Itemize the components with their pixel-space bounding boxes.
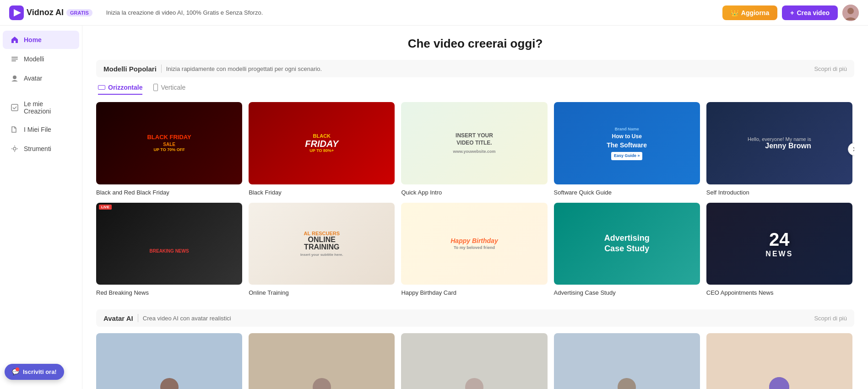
header: Vidnoz AI GRATIS Inizia la creazione di … xyxy=(0,0,868,26)
sidebar-item-avatar[interactable]: Avatar xyxy=(3,69,79,87)
avatar-ai-discover[interactable]: Scopri di più xyxy=(814,315,847,322)
template-thumb-self-intro: Hello, everyone! My name is Jenny Brown xyxy=(706,102,852,184)
create-video-button[interactable]: + Crea video xyxy=(782,5,838,20)
sidebar-item-tools-label: Strumenti xyxy=(24,145,51,152)
avatar-card-3[interactable] xyxy=(401,333,547,389)
creations-icon xyxy=(10,103,19,112)
avatar-thumb-2 xyxy=(249,333,395,389)
sidebar-item-tools[interactable]: Strumenti xyxy=(3,140,79,158)
template-thumb-adcase: AdvertisingCase Study xyxy=(554,203,700,285)
upgrade-button[interactable]: 👑 Aggiorna xyxy=(722,5,777,20)
sidebar-item-avatar-label: Avatar xyxy=(24,75,42,82)
popular-models-header: Modelli Popolari Inizia rapidamente con … xyxy=(96,60,854,77)
template-name-software-guide: Software Quick Guide xyxy=(554,189,612,196)
svg-point-3 xyxy=(847,8,854,14)
gratis-badge: GRATIS xyxy=(66,9,92,16)
avatar-thumb-5 xyxy=(706,333,852,389)
template-black-friday[interactable]: BLACK FRIDAY UP TO 80%+ Black Friday xyxy=(249,102,395,196)
template-thumb-red-news: LIVE BREAKING NEWS xyxy=(96,203,242,285)
chat-label: Iscriviti ora! xyxy=(23,368,57,375)
avatar-card-4[interactable] xyxy=(554,333,700,389)
avatar-figure-4 xyxy=(608,374,645,389)
template-black-red[interactable]: BLACK FRIDAY SALE UP TO 70% OFF Black an… xyxy=(96,102,242,196)
header-tagline: Inizia la creazione di video AI, 100% Gr… xyxy=(106,9,263,16)
template-ceo-news[interactable]: 24 NEWS CEO Appointments News xyxy=(706,203,852,297)
tools-icon xyxy=(10,144,19,153)
svg-rect-6 xyxy=(11,60,16,61)
avatar-figure-5 xyxy=(761,374,797,389)
sidebar-nav: Home Modelli Avatar Le mie Creazioni xyxy=(0,30,82,158)
avatar-thumb-3 xyxy=(401,333,547,389)
main-content: Che video creerai oggi? Modelli Popolari… xyxy=(82,26,868,389)
sidebar-item-models[interactable]: Modelli xyxy=(3,50,79,68)
template-thumb-online-training: AL RESCUERS ONLINETRAINING Insert your s… xyxy=(249,203,395,285)
header-left: Vidnoz AI GRATIS Inizia la creazione di … xyxy=(9,5,263,20)
sidebar-item-creations-label: Le mie Creazioni xyxy=(24,100,72,115)
template-self-intro[interactable]: Hello, everyone! My name is Jenny Brown … xyxy=(706,102,852,196)
user-avatar[interactable] xyxy=(842,5,859,21)
template-name-app-intro: Quick App Intro xyxy=(401,189,442,196)
logo-icon xyxy=(9,5,24,20)
template-name-red-news: Red Breaking News xyxy=(96,289,149,296)
section-header-left: Modelli Popolari Inizia rapidamente con … xyxy=(103,65,322,73)
template-name-online-training: Online Training xyxy=(249,289,288,296)
template-thumb-software: Brand Name How to Use The Software Easy … xyxy=(554,102,700,184)
template-adcase[interactable]: AdvertisingCase Study Advertising Case S… xyxy=(554,203,700,297)
template-name-black-friday: Black Friday xyxy=(249,189,282,196)
svg-point-9 xyxy=(13,147,16,150)
sidebar-item-files[interactable]: I Miei File xyxy=(3,120,79,139)
svg-point-18 xyxy=(618,378,636,389)
avatar-section-header-left: Avatar AI Crea video AI con avatar reali… xyxy=(103,314,231,322)
tab-vertical[interactable]: Verticale xyxy=(153,84,185,95)
sidebar: Home Modelli Avatar Le mie Creazioni xyxy=(0,26,82,389)
vertical-icon xyxy=(153,84,158,91)
crown-icon: 👑 xyxy=(731,9,738,16)
svg-point-12 xyxy=(160,378,179,389)
avatar-figure-1 xyxy=(151,374,188,389)
avatar-section-divider xyxy=(138,314,138,322)
layout: Home Modelli Avatar Le mie Creazioni xyxy=(0,26,868,389)
svg-point-14 xyxy=(313,378,331,389)
template-software-guide[interactable]: Brand Name How to Use The Software Easy … xyxy=(554,102,700,196)
sidebar-item-home[interactable]: Home xyxy=(3,31,79,49)
svg-point-7 xyxy=(13,76,16,79)
chat-bubble[interactable]: 💬 Iscriviti ora! xyxy=(5,364,64,380)
section-divider xyxy=(161,65,162,73)
avatar-ai-section: Avatar AI Crea video AI con avatar reali… xyxy=(96,309,854,389)
logo-text: Vidnoz AI xyxy=(27,8,64,17)
template-name-adcase: Advertising Case Study xyxy=(554,289,616,296)
logo[interactable]: Vidnoz AI GRATIS xyxy=(9,5,92,20)
sidebar-item-creations[interactable]: Le mie Creazioni xyxy=(3,96,79,119)
avatar-card-5[interactable] xyxy=(706,333,852,389)
template-red-news[interactable]: LIVE BREAKING NEWS Red Breaking News xyxy=(96,203,242,297)
template-thumb-ceo-news: 24 NEWS xyxy=(706,203,852,285)
sidebar-item-files-label: I Miei File xyxy=(24,126,51,133)
template-online-training[interactable]: AL RESCUERS ONLINETRAINING Insert your s… xyxy=(249,203,395,297)
template-thumb-black-red: BLACK FRIDAY SALE UP TO 70% OFF xyxy=(96,102,242,184)
template-name-ceo-news: CEO Appointments News xyxy=(706,289,774,296)
template-thumb-app-intro: INSERT YOURVIDEO TITLE. www.youwebsite.c… xyxy=(401,102,547,184)
template-app-intro[interactable]: INSERT YOURVIDEO TITLE. www.youwebsite.c… xyxy=(401,102,547,196)
models-icon xyxy=(10,54,19,64)
orientation-tabs: Orizzontale Verticale xyxy=(96,84,854,95)
upgrade-label: Aggiorna xyxy=(741,9,769,16)
template-thumb-black-friday: BLACK FRIDAY UP TO 80%+ xyxy=(249,102,395,184)
files-icon xyxy=(10,125,19,134)
tab-horizontal-label: Orizzontale xyxy=(108,84,142,91)
svg-rect-8 xyxy=(11,104,18,111)
template-birthday[interactable]: Happy Birthday To my beloved friend Happ… xyxy=(401,203,547,297)
popular-models-discover[interactable]: Scopri di più xyxy=(814,65,847,72)
avatar-image xyxy=(842,5,859,21)
tab-horizontal[interactable]: Orizzontale xyxy=(98,84,142,95)
popular-models-desc: Inizia rapidamente con modelli progettat… xyxy=(166,65,322,72)
avatar-card-2[interactable] xyxy=(249,333,395,389)
template-name-self-intro: Self Introduction xyxy=(706,189,749,196)
template-name-birthday: Happy Birthday Card xyxy=(401,289,456,296)
template-name-black-red: Black and Red Black Friday xyxy=(96,189,169,196)
create-label: Crea video xyxy=(797,9,830,16)
templates-row-2: LIVE BREAKING NEWS Red Breaking News AL … xyxy=(96,203,854,297)
sidebar-item-models-label: Modelli xyxy=(24,55,44,63)
chat-notification-dot xyxy=(16,367,19,371)
avatar-thumb-4 xyxy=(554,333,700,389)
avatar-card-1[interactable] xyxy=(96,333,242,389)
